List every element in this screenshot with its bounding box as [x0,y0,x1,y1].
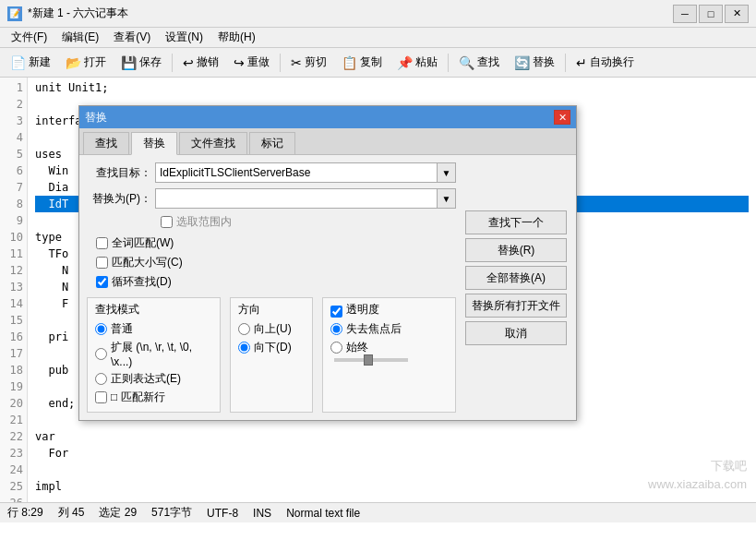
mode-extended-radio[interactable] [95,348,107,360]
toolbar-copy-label: 复制 [360,54,382,70]
editor-area: 1234567891011121314151617181920212223242… [0,78,756,502]
menu-view[interactable]: 查看(V) [106,28,158,47]
tab-mark[interactable]: 标记 [249,132,295,154]
save-icon: 💾 [121,55,137,70]
mode-extended-row: 扩展 (\n, \r, \t, \0, \x...) [95,340,212,368]
toolbar-cut[interactable]: ✂ 剪切 [284,51,333,74]
toolbar-undo[interactable]: ↩ 撤销 [176,51,225,74]
toolbar-wordwrap[interactable]: ↵ 自动换行 [570,51,641,74]
whole-word-label: 全词匹配(W) [112,235,174,251]
dialog-overlay: 替换 ✕ 查找 替换 文件查找 标记 查找目标： ▼ [0,78,756,502]
maximize-button[interactable]: □ [699,5,723,23]
minimize-button[interactable]: ─ [673,5,697,23]
toolbar-paste-label: 粘贴 [415,54,438,70]
transparency-slider-thumb[interactable] [364,354,373,366]
search-mode-group: 查找模式 普通 扩展 (\n, \r, \t, \0, \x...) 正则表达式… [87,297,221,413]
paste-icon: 📌 [397,55,413,70]
menu-file[interactable]: 文件(F) [4,28,54,47]
mode-normal-row: 普通 [95,321,212,337]
replace-label: 替换为(P)： [87,191,151,207]
open-icon: 📂 [66,55,81,70]
direction-up-label: 向上(U) [254,321,292,337]
toolbar-find[interactable]: 🔍 查找 [452,51,506,74]
mode-normal-radio[interactable] [95,323,107,335]
window-title: *新建 1 - 六六记事本 [28,6,128,21]
toolbar-sep-1 [172,54,173,72]
replace-all-button[interactable]: 全部替换(A) [465,266,567,290]
direction-up-radio[interactable] [238,323,250,335]
replace-all-open-button[interactable]: 替换所有打开文件 [465,294,567,318]
tab-file-find[interactable]: 文件查找 [179,132,247,154]
dialog-close-button[interactable]: ✕ [554,110,570,125]
menu-edit[interactable]: 编辑(E) [54,28,106,47]
toolbar-replace-label: 替换 [533,54,555,70]
dir-up-row: 向上(U) [238,321,305,337]
transp-focus-radio[interactable] [330,323,342,335]
scope-checkbox[interactable] [161,216,173,228]
status-selected: 选定 29 [99,505,137,521]
toolbar-open[interactable]: 📂 打开 [59,51,113,74]
transp-always-radio[interactable] [330,342,342,354]
toolbar-replace[interactable]: 🔄 替换 [508,51,561,74]
mode-regex-radio[interactable] [95,373,107,385]
toolbar-copy[interactable]: 📋 复制 [335,51,389,74]
status-encoding: UTF-8 [207,507,238,520]
replace-button[interactable]: 替换(R) [465,238,567,262]
replace-combo-arrow[interactable]: ▼ [438,188,456,209]
wrap-around-row: 循环查找(D) [96,274,456,290]
direction-title: 方向 [238,302,305,318]
tab-find[interactable]: 查找 [83,132,129,154]
transp-always-row: 始终 [330,340,448,355]
title-bar: 📝 *新建 1 - 六六记事本 ─ □ ✕ [0,0,756,28]
toolbar-new[interactable]: 📄 新建 [4,51,57,74]
menu-help[interactable]: 帮助(H) [210,28,263,47]
transparency-checkbox[interactable] [330,306,342,318]
replace-icon: 🔄 [514,55,530,70]
status-mode: INS [253,507,271,520]
match-case-checkbox[interactable] [96,257,108,269]
find-input[interactable] [155,162,438,183]
copy-icon: 📋 [342,55,357,70]
scope-row: 选取范围内 [161,214,456,230]
toolbar-wordwrap-label: 自动换行 [590,54,634,70]
toolbar-save-label: 保存 [139,54,162,70]
status-col: 列 45 [58,505,85,521]
transp-focus-label: 失去焦点后 [346,321,402,337]
find-combo-arrow[interactable]: ▼ [438,162,456,183]
transp-focus-row: 失去焦点后 [330,321,448,337]
dialog-tabs: 查找 替换 文件查找 标记 [79,128,576,155]
cancel-button[interactable]: 取消 [465,321,567,345]
new-icon: 📄 [10,55,26,70]
window-close-button[interactable]: ✕ [725,5,749,23]
tab-replace[interactable]: 替换 [131,132,177,155]
status-size: 571字节 [151,505,192,521]
toolbar-save[interactable]: 💾 保存 [114,51,168,74]
app-icon: 📝 [7,6,22,21]
status-type: Normal text file [286,507,360,520]
menu-settings[interactable]: 设置(N) [158,28,210,47]
toolbar-undo-label: 撤销 [197,54,219,70]
wrap-around-checkbox[interactable] [96,276,108,288]
mode-extended-label: 扩展 (\n, \r, \t, \0, \x...) [111,340,212,368]
transparency-slider-container [334,358,448,362]
menu-bar: 文件(F) 编辑(E) 查看(V) 设置(N) 帮助(H) [0,28,756,48]
direction-down-radio[interactable] [238,342,250,354]
dialog-title: 替换 [85,110,107,126]
replace-dialog: 替换 ✕ 查找 替换 文件查找 标记 查找目标： ▼ [78,105,577,421]
status-row: 行 8:29 [7,505,43,521]
find-label: 查找目标： [87,165,151,181]
match-newline-label: □ 匹配新行 [111,390,165,405]
toolbar: 📄 新建 📂 打开 💾 保存 ↩ 撤销 ↪ 重做 ✂ 剪切 📋 复制 📌 粘贴 … [0,48,756,78]
whole-word-checkbox[interactable] [96,237,108,249]
find-icon: 🔍 [459,55,474,70]
toolbar-paste[interactable]: 📌 粘贴 [390,51,444,74]
find-next-button[interactable]: 查找下一个 [465,210,567,234]
status-bar: 行 8:29 列 45 选定 29 571字节 UTF-8 INS Normal… [0,502,756,522]
direction-group: 方向 向上(U) 向下(D) [230,297,313,413]
toolbar-redo[interactable]: ↪ 重做 [227,51,276,74]
toolbar-open-label: 打开 [84,54,106,70]
dialog-buttons: 查找下一个 替换(R) 全部替换(A) 替换所有打开文件 取消 [465,210,567,345]
match-newline-checkbox[interactable] [95,391,107,403]
toolbar-redo-label: 重做 [247,54,270,70]
replace-input[interactable] [155,188,438,209]
